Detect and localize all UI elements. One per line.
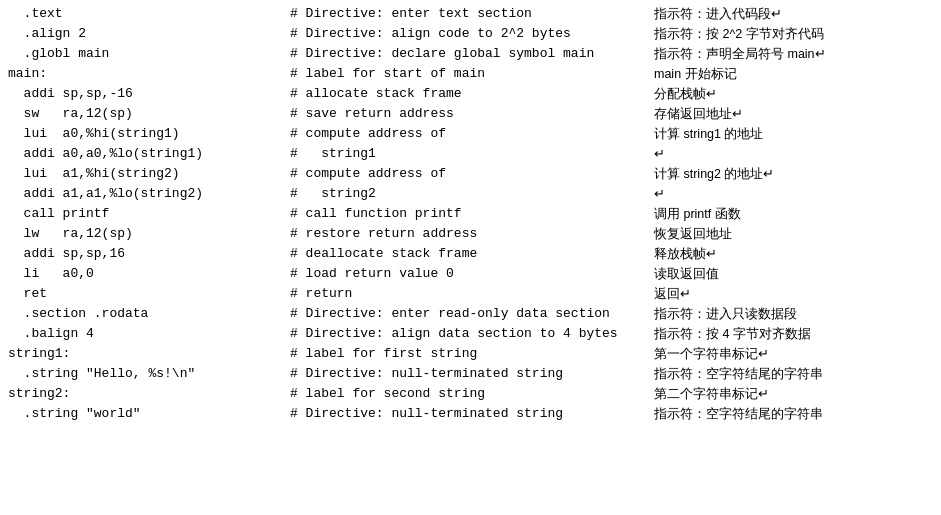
table-row: .string "Hello, %s!\n"# Directive: null-…	[0, 366, 941, 386]
code-cell: .globl main	[0, 46, 290, 61]
comment-cell: # restore return address	[290, 226, 650, 241]
chinese-cell: 计算 string2 的地址↵	[650, 166, 941, 183]
table-row: main:# label for start of mainmain 开始标记	[0, 66, 941, 86]
code-cell: .align 2	[0, 26, 290, 41]
table-row: string1:# label for first string第一个字符串标记…	[0, 346, 941, 366]
code-cell: .string "world"	[0, 406, 290, 421]
chinese-cell: 第二个字符串标记↵	[650, 386, 941, 403]
chinese-cell: 指示符：进入只读数据段	[650, 306, 941, 323]
comment-cell: # label for first string	[290, 346, 650, 361]
code-cell: addi sp,sp,16	[0, 246, 290, 261]
comment-cell: # return	[290, 286, 650, 301]
table-row: .globl main# Directive: declare global s…	[0, 46, 941, 66]
table-row: lui a0,%hi(string1)# compute address of计…	[0, 126, 941, 146]
chinese-cell: 指示符：按 2^2 字节对齐代码	[650, 26, 941, 43]
code-cell: li a0,0	[0, 266, 290, 281]
code-cell: string2:	[0, 386, 290, 401]
comment-cell: # Directive: enter text section	[290, 6, 650, 21]
chinese-cell: 计算 string1 的地址	[650, 126, 941, 143]
table-row: lui a1,%hi(string2)# compute address of计…	[0, 166, 941, 186]
table-row: ret# return返回↵	[0, 286, 941, 306]
comment-cell: # string2	[290, 186, 650, 201]
code-cell: string1:	[0, 346, 290, 361]
comment-cell: # compute address of	[290, 126, 650, 141]
chinese-cell: 读取返回值	[650, 266, 941, 283]
table-row: addi a1,a1,%lo(string2)# string2↵	[0, 186, 941, 206]
comment-cell: # deallocate stack frame	[290, 246, 650, 261]
code-view: .text# Directive: enter text section指示符：…	[0, 0, 941, 432]
table-row: .section .rodata# Directive: enter read-…	[0, 306, 941, 326]
table-row: .string "world"# Directive: null-termina…	[0, 406, 941, 426]
comment-cell: # label for second string	[290, 386, 650, 401]
comment-cell: # Directive: align data section to 4 byt…	[290, 326, 650, 341]
code-cell: addi a1,a1,%lo(string2)	[0, 186, 290, 201]
table-row: .text# Directive: enter text section指示符：…	[0, 6, 941, 26]
chinese-cell: 第一个字符串标记↵	[650, 346, 941, 363]
code-cell: addi a0,a0,%lo(string1)	[0, 146, 290, 161]
table-row: addi a0,a0,%lo(string1)# string1↵	[0, 146, 941, 166]
table-row: addi sp,sp,-16# allocate stack frame分配栈帧…	[0, 86, 941, 106]
comment-cell: # string1	[290, 146, 650, 161]
table-row: li a0,0# load return value 0读取返回值	[0, 266, 941, 286]
code-cell: lui a1,%hi(string2)	[0, 166, 290, 181]
code-cell: .string "Hello, %s!\n"	[0, 366, 290, 381]
code-cell: sw ra,12(sp)	[0, 106, 290, 121]
chinese-cell: ↵	[650, 146, 941, 161]
chinese-cell: 指示符：声明全局符号 main↵	[650, 46, 941, 63]
table-row: lw ra,12(sp)# restore return address恢复返回…	[0, 226, 941, 246]
chinese-cell: 存储返回地址↵	[650, 106, 941, 123]
table-row: .align 2# Directive: align code to 2^2 b…	[0, 26, 941, 46]
code-cell: addi sp,sp,-16	[0, 86, 290, 101]
comment-cell: # call function printf	[290, 206, 650, 221]
code-cell: .section .rodata	[0, 306, 290, 321]
code-cell: .balign 4	[0, 326, 290, 341]
table-row: .balign 4# Directive: align data section…	[0, 326, 941, 346]
code-cell: call printf	[0, 206, 290, 221]
comment-cell: # allocate stack frame	[290, 86, 650, 101]
comment-cell: # Directive: null-terminated string	[290, 406, 650, 421]
chinese-cell: main 开始标记	[650, 66, 941, 83]
table-row: string2:# label for second string第二个字符串标…	[0, 386, 941, 406]
comment-cell: # compute address of	[290, 166, 650, 181]
comment-cell: # Directive: align code to 2^2 bytes	[290, 26, 650, 41]
chinese-cell: 恢复返回地址	[650, 226, 941, 243]
chinese-cell: 指示符：空字符结尾的字符串	[650, 406, 941, 423]
comment-cell: # label for start of main	[290, 66, 650, 81]
code-cell: .text	[0, 6, 290, 21]
comment-cell: # Directive: declare global symbol main	[290, 46, 650, 61]
table-row: addi sp,sp,16# deallocate stack frame释放栈…	[0, 246, 941, 266]
chinese-cell: 指示符：按 4 字节对齐数据	[650, 326, 941, 343]
comment-cell: # Directive: null-terminated string	[290, 366, 650, 381]
code-cell: ret	[0, 286, 290, 301]
chinese-cell: 分配栈帧↵	[650, 86, 941, 103]
code-cell: main:	[0, 66, 290, 81]
code-cell: lui a0,%hi(string1)	[0, 126, 290, 141]
comment-cell: # save return address	[290, 106, 650, 121]
chinese-cell: ↵	[650, 186, 941, 201]
table-row: sw ra,12(sp)# save return address存储返回地址↵	[0, 106, 941, 126]
chinese-cell: 指示符：进入代码段↵	[650, 6, 941, 23]
chinese-cell: 返回↵	[650, 286, 941, 303]
chinese-cell: 调用 printf 函数	[650, 206, 941, 223]
comment-cell: # Directive: enter read-only data sectio…	[290, 306, 650, 321]
chinese-cell: 指示符：空字符结尾的字符串	[650, 366, 941, 383]
table-row: call printf# call function printf调用 prin…	[0, 206, 941, 226]
code-cell: lw ra,12(sp)	[0, 226, 290, 241]
comment-cell: # load return value 0	[290, 266, 650, 281]
chinese-cell: 释放栈帧↵	[650, 246, 941, 263]
